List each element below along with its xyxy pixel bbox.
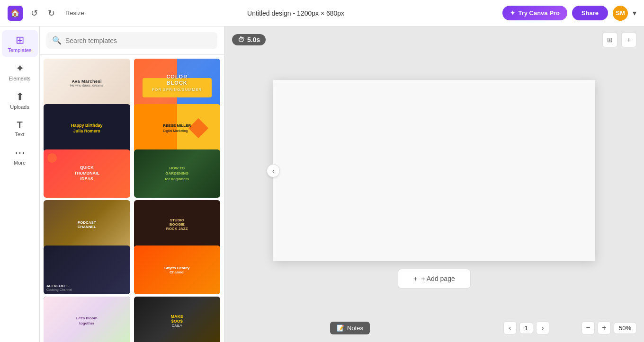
share-button[interactable]: Share [572,6,608,20]
grid-view-button[interactable]: ⊞ [602,32,617,47]
template-card[interactable]: coloRBlOcKFOR SPRING/SUMMER [134,59,221,107]
template-card[interactable]: STUDIOBOOGIEROCK JAZZ [134,200,221,249]
nav-buttons: ↺ ↻ Resize [27,6,89,21]
page-controls: ‹ 1 › [503,321,549,334]
template-title: REESE MILLERDigital Marketing [161,121,193,135]
sidebar-item-text[interactable]: T Text [2,115,38,141]
timer-value: 5.0s [247,36,260,44]
plus-icon: + [413,275,417,282]
canvas-wrapper: ‹ [273,80,595,261]
templates-icon: ⊞ [16,35,24,45]
topbar: 🏠 ↺ ↻ Resize Untitled design - 1200px × … [0,0,644,26]
template-title: Let's bloomtogether [76,316,98,326]
sidebar-item-templates[interactable]: ⊞ Templates [2,30,38,57]
canvas-toolbar: ⊞ + [602,32,636,47]
zoom-controls: − + 50% [581,321,636,334]
template-subtitle: Cooking Channel [46,288,72,291]
text-icon: T [17,120,22,130]
template-title: HOW TOGARDENINGfor beginners [165,166,189,182]
template-card[interactable]: Happy BirthdayJulia Romero [44,104,130,153]
undo-icon: ↺ [31,8,38,18]
template-card[interactable]: QUICKTHUMBNAILIDEAS [44,149,130,198]
search-box: 🔍 [46,32,217,49]
template-title: coloRBlOcKFOR SPRING/SUMMER [152,74,202,93]
hide-panel-button[interactable]: ‹ [267,164,280,177]
add-element-button[interactable]: + [621,32,636,47]
page-count: 1 [519,322,533,334]
home-button[interactable]: 🏠 [8,6,23,21]
template-card[interactable]: Shyfts BeautyChannel [134,246,221,294]
template-card[interactable]: Let's bloomtogether [44,297,130,342]
avatar[interactable]: SM [613,6,628,21]
sidebar-item-elements[interactable]: ✦ Elements [2,59,38,85]
template-card[interactable]: REESE MILLERDigital Marketing [134,104,221,153]
add-page-button[interactable]: + + Add page [398,269,470,289]
template-title: Ava Marchesi [70,79,103,84]
templates-grid: Ava Marchesi He who dares, dreams coloRB… [40,55,224,342]
uploads-icon: ⬆ [16,92,24,102]
sidebar-item-label: Uploads [10,104,29,110]
try-pro-button[interactable]: ✦ Try Canva Pro [502,6,567,20]
topbar-right: ✦ Try Canva Pro Share SM ▾ [502,6,636,21]
notes-button[interactable]: 📝 Notes [330,322,370,334]
template-title: ALFREDO T. [46,284,72,288]
search-icon: 🔍 [52,36,62,45]
zoom-in-button[interactable]: + [598,321,611,334]
template-card[interactable]: MAKE $OO$ DAILY [134,297,221,342]
home-icon: 🏠 [10,9,20,18]
canvas-area: ⏱ 5.0s ⊞ + ‹ + + Add page 📝 Notes [224,26,644,342]
template-title: Shyfts BeautyChannel [164,266,189,274]
template-card[interactable]: ALFREDO T. Cooking Channel [44,246,130,294]
resize-button[interactable]: Resize [61,6,89,21]
template-title: PODCASTCHANNEL [78,220,96,229]
template-title: STUDIOBOOGIEROCK JAZZ [166,218,188,231]
account-chevron-button[interactable]: ▾ [633,9,636,18]
zoom-out-button[interactable]: − [581,321,595,334]
sidebar: ⊞ Templates ✦ Elements ⬆ Uploads T Text … [0,26,40,342]
search-input[interactable] [65,37,212,44]
elements-icon: ✦ [16,63,24,74]
template-title: QUICKTHUMBNAILIDEAS [74,165,100,182]
sidebar-item-label: Text [15,132,24,137]
template-card[interactable]: HOW TOGARDENINGfor beginners [134,149,221,198]
templates-search-bar: 🔍 [40,26,224,55]
sidebar-item-label: Templates [8,47,31,53]
main-area: ⊞ Templates ✦ Elements ⬆ Uploads T Text … [0,26,644,342]
redo-button[interactable]: ↻ [44,6,59,21]
templates-panel: 🔍 Ava Marchesi He who dares, dreams colo… [40,26,224,342]
template-card[interactable]: PODCASTCHANNEL [44,200,130,249]
notes-icon: 📝 [337,324,344,332]
sidebar-item-uploads[interactable]: ⬆ Uploads [2,87,38,114]
template-card[interactable]: Ava Marchesi He who dares, dreams [44,59,130,107]
sidebar-item-more[interactable]: ⋯ More [2,143,38,169]
zoom-value[interactable]: 50% [614,322,636,334]
prev-page-button[interactable]: ‹ [503,321,517,334]
topbar-left: 🏠 ↺ ↻ Resize [8,6,89,21]
topbar-center: Untitled design - 1200px × 680px [95,9,497,17]
canvas-content[interactable] [273,80,595,261]
timer-icon: ⏱ [238,36,244,44]
template-title: MAKE $OO$ DAILY [171,314,184,328]
design-title: Untitled design - 1200px × 680px [247,9,344,17]
next-page-button[interactable]: › [536,321,549,334]
timer-display: ⏱ 5.0s [232,34,266,45]
sidebar-item-label: Elements [9,76,31,81]
undo-button[interactable]: ↺ [27,6,42,21]
more-icon: ⋯ [15,148,25,158]
star-icon: ✦ [510,9,515,17]
template-title: Happy BirthdayJulia Romero [71,123,103,134]
template-subtitle: He who dares, dreams [70,84,103,87]
redo-icon: ↻ [48,8,55,18]
sidebar-item-label: More [14,160,26,166]
